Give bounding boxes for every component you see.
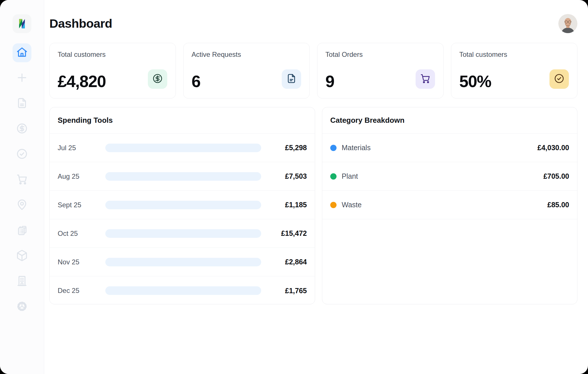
sidebar-item-orders[interactable]	[13, 170, 31, 189]
bar-track	[105, 286, 261, 295]
stat-icon-tile	[148, 69, 167, 89]
spending-row: Sept 25 £1,185	[50, 191, 315, 219]
page-title: Dashboard	[49, 17, 112, 31]
spending-row: Dec 25 £1,765	[50, 276, 315, 304]
sidebar-item-company[interactable]	[13, 272, 31, 291]
sidebar-item-products[interactable]	[13, 247, 31, 266]
category-value: £4,030.00	[537, 144, 569, 152]
app-logo	[13, 14, 31, 33]
amount-value: £7,503	[261, 172, 307, 180]
stat-cards: Total customers £4,820 Active Requests 6	[49, 43, 577, 98]
sidebar-item-settings[interactable]	[13, 297, 31, 316]
month-label: Dec 25	[58, 287, 105, 295]
category-value: £85.00	[547, 201, 569, 209]
stat-value: 9	[325, 73, 334, 90]
spending-row: Nov 25 £2,864	[50, 248, 315, 276]
bar-track	[105, 144, 261, 152]
spending-tools-header: Spending Tools	[50, 107, 315, 134]
bar-track	[105, 258, 261, 266]
stat-card-active-requests: Active Requests 6	[183, 43, 310, 98]
stat-icon-tile	[416, 69, 435, 89]
box-icon	[16, 250, 28, 263]
stat-label: Active Requests	[192, 51, 301, 59]
sidebar-item-documents[interactable]	[13, 94, 31, 113]
main-content: Dashboard Total customers £4,820	[44, 0, 588, 374]
sidebar-item-approvals[interactable]	[13, 145, 31, 164]
bar-track	[105, 201, 261, 209]
bar-track	[105, 172, 261, 181]
stat-value: 6	[192, 73, 200, 90]
dollar-circle-icon	[152, 73, 163, 85]
gear-icon	[16, 300, 28, 313]
sidebar-item-add[interactable]	[13, 69, 31, 88]
amount-value: £15,472	[261, 229, 307, 238]
amount-value: £5,298	[261, 144, 307, 152]
stat-icon-tile	[549, 69, 569, 89]
sidebar-nav	[13, 43, 31, 323]
sidebar-item-locations[interactable]	[13, 196, 31, 215]
month-label: Jul 25	[58, 144, 105, 152]
category-value: £705.00	[543, 172, 569, 180]
avatar-photo	[558, 14, 577, 33]
stat-icon-tile	[282, 69, 301, 89]
category-label: Materials	[342, 144, 537, 152]
spending-tools-panel: Spending Tools Jul 25 £5,298 Aug 25 £7,5…	[49, 107, 315, 304]
sidebar	[0, 0, 44, 374]
stat-card-total-customers: Total customers £4,820	[49, 43, 176, 98]
user-avatar[interactable]	[558, 14, 577, 33]
sidebar-item-payments[interactable]	[13, 120, 31, 138]
spending-row: Aug 25 £7,503	[50, 162, 315, 191]
stat-value: £4,820	[58, 73, 106, 90]
category-breakdown-panel: Category Breakdown Materials £4,030.00 P…	[322, 107, 577, 304]
sidebar-item-home[interactable]	[13, 43, 31, 62]
stat-label: Total customers	[58, 51, 168, 59]
panels: Spending Tools Jul 25 £5,298 Aug 25 £7,5…	[49, 107, 577, 304]
stat-label: Total Orders	[325, 51, 435, 59]
plus-icon	[16, 72, 28, 85]
category-dot	[330, 173, 337, 180]
month-label: Aug 25	[58, 172, 105, 180]
panel-title: Spending Tools	[58, 116, 113, 125]
stat-value: 50%	[459, 73, 491, 90]
check-circle-icon	[16, 148, 28, 161]
stat-card-total-customers-pct: Total customers 50%	[451, 43, 577, 98]
month-label: Sept 25	[58, 201, 105, 209]
file-icon	[16, 97, 28, 110]
category-label: Waste	[342, 201, 547, 209]
sidebar-item-reports[interactable]	[13, 221, 31, 240]
spending-row: Oct 25 £15,472	[50, 219, 315, 248]
spending-row: Jul 25 £5,298	[50, 134, 315, 162]
category-row: Materials £4,030.00	[322, 134, 577, 162]
cart-icon	[420, 73, 431, 85]
cart-icon	[16, 173, 28, 186]
category-dot	[330, 202, 337, 208]
check-circle-icon	[554, 73, 565, 85]
category-label: Plant	[342, 172, 543, 180]
bar-track	[105, 229, 261, 238]
month-label: Nov 25	[58, 258, 105, 266]
map-pin-icon	[16, 199, 28, 212]
amount-value: £1,185	[261, 201, 307, 209]
home-icon	[16, 46, 28, 59]
stat-label: Total customers	[459, 51, 569, 59]
app-window: Dashboard Total customers £4,820	[0, 0, 588, 374]
header: Dashboard	[49, 10, 577, 37]
category-row: Plant £705.00	[322, 162, 577, 191]
category-dot	[330, 145, 337, 151]
logo-icon	[16, 17, 28, 30]
category-breakdown-header: Category Breakdown	[322, 107, 577, 134]
dollar-circle-icon	[16, 122, 28, 136]
amount-value: £1,765	[261, 287, 307, 295]
stat-card-total-orders: Total Orders 9	[317, 43, 444, 98]
file-icon	[286, 73, 297, 85]
building-icon	[16, 275, 28, 288]
month-label: Oct 25	[58, 230, 105, 238]
clipboard-icon	[16, 224, 28, 237]
category-row: Waste £85.00	[322, 191, 577, 219]
amount-value: £2,864	[261, 258, 307, 266]
panel-title: Category Breakdown	[330, 116, 404, 125]
